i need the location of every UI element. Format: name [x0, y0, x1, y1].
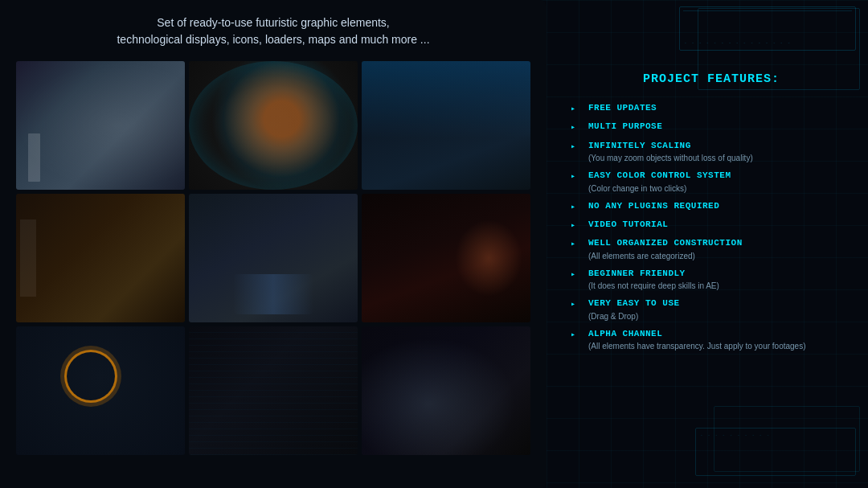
feature-bullet-9: ▸ [571, 330, 582, 339]
hud-decoration-bottom [695, 428, 856, 476]
feature-item-beginner-friendly: ▸BEGINNER FRIENDLY(It does not require d… [571, 265, 852, 294]
feature-item-no-plugins: ▸NO ANY PLUGINS REQUIRED [571, 197, 852, 215]
feature-list: ▸FREE UPDATES▸MULTI PURPOSE▸INFINITELY S… [571, 99, 852, 355]
hud-decoration-top [679, 6, 856, 51]
feature-title-video-tutorial: VIDEO TUTORIAL [588, 219, 852, 231]
grid-image-7 [16, 326, 185, 455]
feature-subtitle-easy-to-use: (Drag & Drop) [588, 311, 852, 322]
feature-item-well-organized: ▸WELL ORGANIZED CONSTRUCTION(All element… [571, 234, 852, 264]
feature-bullet-6: ▸ [571, 239, 582, 248]
feature-title-alpha-channel: ALPHA CHANNEL [588, 328, 852, 340]
feature-bullet-2: ▸ [571, 141, 582, 151]
feature-title-beginner-friendly: BEGINNER FRIENDLY [588, 268, 852, 280]
grid-image-6 [362, 194, 530, 322]
feature-content-beginner-friendly: BEGINNER FRIENDLY(It does not require de… [588, 268, 852, 291]
feature-content-multi-purpose: MULTI PURPOSE [588, 121, 852, 133]
grid-image-4 [16, 194, 185, 322]
feature-bullet-8: ▸ [571, 299, 582, 309]
feature-title-easy-color: EASY COLOR CONTROL SYSTEM [588, 170, 852, 182]
feature-title-free-updates: FREE UPDATES [588, 102, 852, 114]
feature-item-infinitely-scaling: ▸INFINITELY SCALING(You may zoom objects… [571, 137, 852, 166]
left-panel: Set of ready-to-use futuristic graphic e… [0, 0, 547, 488]
feature-title-no-plugins: NO ANY PLUGINS REQUIRED [588, 200, 852, 212]
feature-bullet-3: ▸ [571, 171, 582, 181]
image-grid [16, 61, 530, 455]
feature-content-easy-to-use: VERY EASY TO USE(Drag & Drop) [588, 297, 852, 321]
feature-content-alpha-channel: ALPHA CHANNEL(All elements have transpar… [588, 328, 852, 351]
feature-bullet-4: ▸ [571, 202, 582, 211]
feature-bullet-0: ▸ [571, 104, 582, 113]
feature-subtitle-beginner-friendly: (It does not require deep skills in AE) [588, 281, 852, 291]
right-panel: PROJECT FEATURES: ▸FREE UPDATES▸MULTI PU… [551, 0, 868, 488]
feature-subtitle-alpha-channel: (All elements have transparency. Just ap… [588, 341, 852, 351]
feature-bullet-1: ▸ [571, 122, 582, 132]
feature-item-video-tutorial: ▸VIDEO TUTORIAL [571, 215, 852, 234]
feature-bullet-5: ▸ [571, 220, 582, 230]
feature-subtitle-easy-color: (Color change in two clicks) [588, 183, 852, 194]
feature-content-no-plugins: NO ANY PLUGINS REQUIRED [588, 200, 852, 212]
feature-content-video-tutorial: VIDEO TUTORIAL [588, 219, 852, 231]
feature-bullet-7: ▸ [571, 269, 582, 279]
feature-item-multi-purpose: ▸MULTI PURPOSE [571, 117, 852, 136]
feature-subtitle-infinitely-scaling: (You may zoom objects without loss of qu… [588, 153, 852, 163]
grid-image-1 [16, 61, 185, 190]
feature-item-easy-color: ▸EASY COLOR CONTROL SYSTEM(Color change … [571, 166, 852, 196]
feature-title-multi-purpose: MULTI PURPOSE [588, 121, 852, 133]
feature-item-alpha-channel: ▸ALPHA CHANNEL(All elements have transpa… [571, 325, 852, 355]
grid-image-2 [189, 61, 358, 190]
section-title: PROJECT FEATURES: [571, 72, 852, 86]
grid-image-8 [189, 326, 358, 455]
feature-title-infinitely-scaling: INFINITELY SCALING [588, 140, 852, 152]
feature-title-well-organized: WELL ORGANIZED CONSTRUCTION [588, 237, 852, 249]
feature-title-easy-to-use: VERY EASY TO USE [588, 297, 852, 310]
headline: Set of ready-to-use futuristic graphic e… [117, 14, 429, 48]
grid-image-5 [189, 194, 358, 322]
feature-content-easy-color: EASY COLOR CONTROL SYSTEM(Color change i… [588, 170, 852, 193]
grid-image-9 [362, 326, 530, 455]
feature-item-easy-to-use: ▸VERY EASY TO USE(Drag & Drop) [571, 294, 852, 324]
feature-item-free-updates: ▸FREE UPDATES [571, 99, 852, 117]
feature-content-infinitely-scaling: INFINITELY SCALING(You may zoom objects … [588, 140, 852, 163]
feature-content-free-updates: FREE UPDATES [588, 102, 852, 114]
feature-content-well-organized: WELL ORGANIZED CONSTRUCTION(All elements… [588, 237, 852, 260]
grid-image-3 [362, 61, 530, 190]
feature-subtitle-well-organized: (All elements are categorized) [588, 251, 852, 261]
